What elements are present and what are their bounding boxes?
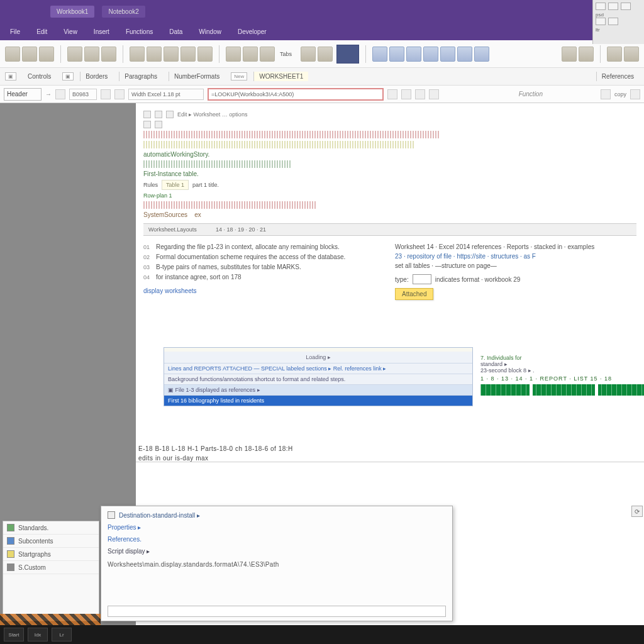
dialog-input[interactable]: [108, 606, 446, 617]
taskbar-button[interactable]: Idx: [28, 628, 48, 641]
mini-btn[interactable]: [155, 111, 162, 118]
scroll-button[interactable]: ⟳: [631, 506, 643, 517]
ribbon-icon[interactable]: [406, 47, 421, 62]
width-field[interactable]: Width Excel 1.18 pt: [128, 89, 204, 100]
band-cell[interactable]: Table 1: [162, 180, 189, 190]
ref-row-selected[interactable]: First 16 bibliography listed in resident…: [164, 395, 472, 406]
para-line: for instance agree, sort on 178: [156, 274, 242, 280]
ribbon-icon[interactable]: [164, 47, 179, 62]
ribbon-icon[interactable]: [457, 47, 472, 62]
scribble: [143, 160, 291, 168]
ref-row[interactable]: Background functions/annotations shortcu…: [164, 374, 472, 384]
sys-btn[interactable]: [621, 3, 631, 10]
ribbon-icon[interactable]: [579, 47, 594, 62]
ribbon-icon[interactable]: [624, 47, 639, 62]
menu-view[interactable]: View: [57, 26, 84, 37]
formula-btn[interactable]: [601, 89, 611, 99]
type-input[interactable]: [413, 274, 431, 284]
formula-btn[interactable]: [401, 89, 411, 99]
para-link[interactable]: display worksheets: [143, 286, 385, 296]
formula-btn[interactable]: [55, 89, 65, 99]
sys-btn[interactable]: [596, 3, 606, 10]
formula-btn[interactable]: [429, 89, 439, 99]
ribbon-icon[interactable]: [147, 47, 162, 62]
menu-functions[interactable]: Functions: [119, 26, 159, 37]
ribbon-icon[interactable]: [22, 47, 37, 62]
sub-file[interactable]: WORKSHEET1: [253, 72, 308, 81]
ribbon-icon[interactable]: [197, 47, 213, 62]
mini-btn[interactable]: [155, 121, 162, 128]
formula-btn[interactable]: [114, 89, 125, 99]
arrow-icon: →: [45, 91, 52, 97]
ribbon-icon[interactable]: [5, 47, 20, 62]
sys-btn[interactable]: [608, 18, 618, 25]
ribbon-icon[interactable]: [243, 47, 258, 62]
ribbon-icon[interactable]: [130, 47, 145, 62]
menu-developer[interactable]: Developer: [231, 26, 273, 37]
menu-window[interactable]: Window: [192, 26, 228, 37]
square-icon: [7, 524, 14, 531]
prop-item[interactable]: Subcontents: [3, 535, 99, 548]
copy-label: copy: [614, 91, 626, 97]
ribbon-icon[interactable]: [423, 47, 438, 62]
para-link[interactable]: 23 · repository of file · https://site ·…: [395, 252, 636, 261]
prop-item[interactable]: Startgraphs: [3, 548, 99, 561]
ribbon-icon[interactable]: [260, 47, 275, 62]
formula-input[interactable]: =LOOKUP(Workbook3!A4:A500): [208, 88, 384, 101]
ribbon-icon[interactable]: [474, 47, 489, 62]
sys-btn[interactable]: [596, 18, 606, 25]
sub-ribbon: ▣ Controls ▣ Borders Paragraphs NumberFo…: [0, 68, 644, 86]
ribbon-icon[interactable]: [101, 47, 116, 62]
title-tab-2[interactable]: Notebook2: [102, 6, 145, 18]
sub-sec[interactable]: NumberFormats: [169, 72, 225, 81]
dialog-link[interactable]: Properties ▸: [108, 524, 141, 531]
menu-edit[interactable]: Edit: [30, 26, 53, 37]
dialog-link[interactable]: References.: [108, 536, 446, 543]
taskbar-button[interactable]: Lr: [52, 628, 72, 641]
formula-btn[interactable]: [630, 89, 640, 99]
formula-btn[interactable]: [387, 89, 397, 99]
mini-btn[interactable]: [143, 111, 151, 118]
ribbon-icon[interactable]: [562, 47, 577, 62]
ribbon-icon[interactable]: [440, 47, 455, 62]
ribbon-big-icon[interactable]: [336, 45, 359, 64]
ribbon-icon[interactable]: [607, 47, 622, 62]
taskbar-button[interactable]: Start: [4, 628, 24, 641]
sys-btn[interactable]: [608, 3, 618, 10]
scribble: [143, 201, 316, 209]
sys-label: psd: [596, 12, 641, 18]
ribbon-icon[interactable]: [226, 47, 241, 62]
title-tab-1[interactable]: Workbook1: [50, 6, 94, 18]
cell-ref[interactable]: B0983: [69, 89, 97, 100]
sub-sec[interactable]: Controls: [23, 72, 56, 81]
sub-sec[interactable]: Paragraphs: [119, 72, 162, 81]
formula-btn[interactable]: [415, 89, 425, 99]
prop-item[interactable]: S.Custom: [3, 561, 99, 574]
hdr-left: Worksheet.Layouts: [148, 226, 197, 233]
ref-row[interactable]: Lines and REPORTS ATTACHED — SPECIAL lab…: [164, 363, 472, 374]
mini-btn[interactable]: [166, 111, 174, 118]
ribbon-icon[interactable]: [318, 47, 333, 62]
mini-btn[interactable]: [143, 121, 151, 128]
ribbon-icon[interactable]: [67, 47, 82, 62]
ribbon-icon[interactable]: [372, 47, 387, 62]
formula-btn[interactable]: [101, 89, 111, 99]
attached-button[interactable]: Attached: [395, 288, 433, 300]
prop-item[interactable]: Standards.: [3, 521, 99, 535]
ribbon-icon[interactable]: [84, 47, 99, 62]
property-window: Standards. Subcontents Startgraphs S.Cus…: [3, 521, 99, 621]
ribbon-icon[interactable]: [39, 47, 54, 62]
ribbon-icon[interactable]: [301, 47, 316, 62]
ribbon-icon[interactable]: [180, 47, 196, 62]
breadcrumb: Edit ▸ Worksheet … options: [177, 111, 247, 118]
ribbon-icon[interactable]: [389, 47, 404, 62]
menu-insert[interactable]: Insert: [87, 26, 116, 37]
dialog-label: Script display ▸: [108, 548, 446, 555]
input-label: type:: [395, 275, 409, 284]
ref-row[interactable]: ▣ File 1-3 displayed as references ▸: [164, 384, 472, 395]
menu-file[interactable]: File: [4, 26, 26, 37]
name-box[interactable]: Header: [4, 88, 42, 101]
menu-data[interactable]: Data: [163, 26, 189, 37]
sub-right[interactable]: References: [596, 72, 639, 81]
sub-sec[interactable]: Borders: [80, 72, 113, 81]
